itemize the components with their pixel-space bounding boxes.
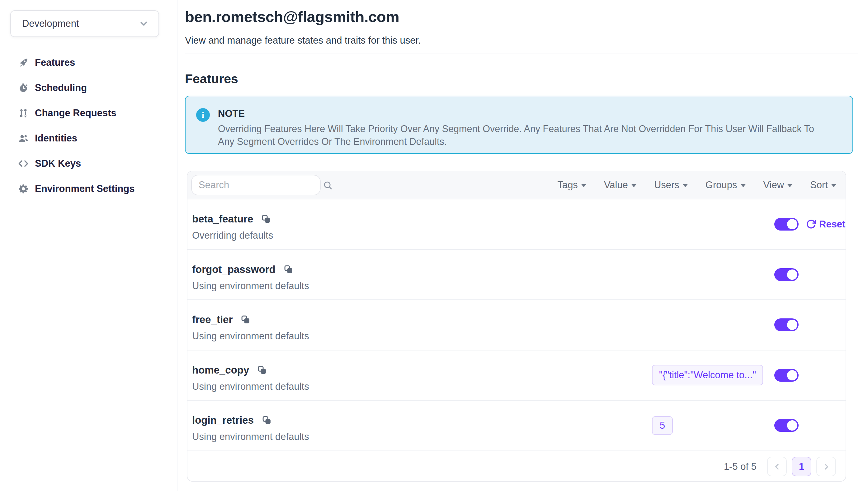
filter-label: Sort xyxy=(810,179,828,191)
panel-header: Tags Value Users Groups View xyxy=(187,171,845,199)
stopwatch-icon xyxy=(18,83,29,93)
feature-status: Using environment defaults xyxy=(192,431,309,442)
page-title: ben.rometsch@flagsmith.com xyxy=(185,8,399,26)
feature-status: Using environment defaults xyxy=(192,330,309,342)
feature-name[interactable]: login_retries xyxy=(192,414,254,426)
feature-value-chip[interactable]: 5 xyxy=(652,416,673,435)
filter-bar: Tags Value Users Groups View xyxy=(557,179,836,191)
sidebar-item-environment-settings[interactable]: Environment Settings xyxy=(0,176,177,201)
sidebar-item-sdk-keys[interactable]: SDK Keys xyxy=(0,151,177,176)
filter-label: Groups xyxy=(706,179,737,191)
feature-toggle[interactable] xyxy=(774,218,799,231)
search-box xyxy=(191,175,321,195)
filter-tags[interactable]: Tags xyxy=(557,179,586,191)
filter-value[interactable]: Value xyxy=(604,179,637,191)
feature-status: Using environment defaults xyxy=(192,381,309,392)
sidebar-item-scheduling[interactable]: Scheduling xyxy=(0,75,177,100)
filter-label: Tags xyxy=(557,179,578,191)
search-icon xyxy=(323,180,333,190)
pagination-range: 1-5 of 5 xyxy=(724,461,756,472)
identities-icon xyxy=(18,133,29,144)
feature-name[interactable]: beta_feature xyxy=(192,213,253,225)
sidebar-item-label: Scheduling xyxy=(35,82,87,93)
info-icon: i xyxy=(196,108,210,122)
environment-selector-value: Development xyxy=(22,18,79,29)
divider xyxy=(185,54,858,54)
gear-icon xyxy=(18,183,29,194)
feature-toggle[interactable] xyxy=(774,369,799,382)
sidebar-item-change-requests[interactable]: Change Requests xyxy=(0,100,177,125)
search-input[interactable] xyxy=(198,179,323,191)
next-page-button[interactable] xyxy=(816,457,836,476)
copy-icon[interactable] xyxy=(284,265,293,274)
note-content: NOTE Overriding Features Here Will Take … xyxy=(218,108,828,153)
filter-label: View xyxy=(764,179,784,191)
sidebar-item-label: Change Requests xyxy=(35,108,117,119)
pull-request-icon xyxy=(18,108,29,118)
feature-toggle[interactable] xyxy=(774,419,799,432)
caret-down-icon xyxy=(581,184,586,187)
feature-name[interactable]: home_copy xyxy=(192,364,249,376)
feature-toggle[interactable] xyxy=(774,268,799,281)
feature-toggle[interactable] xyxy=(774,318,799,331)
rocket-icon xyxy=(18,57,29,68)
prev-page-button[interactable] xyxy=(767,457,787,476)
filter-label: Value xyxy=(604,179,628,191)
reset-label: Reset xyxy=(819,219,845,230)
feature-name[interactable]: free_tier xyxy=(192,314,232,325)
caret-down-icon xyxy=(831,184,836,187)
sidebar-item-label: Environment Settings xyxy=(35,183,134,194)
note-callout: i NOTE Overriding Features Here Will Tak… xyxy=(185,96,853,154)
caret-down-icon xyxy=(787,184,792,187)
copy-icon[interactable] xyxy=(262,415,272,425)
feature-name[interactable]: forgot_password xyxy=(192,264,276,276)
sidebar-item-label: SDK Keys xyxy=(35,158,81,169)
filter-groups[interactable]: Groups xyxy=(706,179,746,191)
feature-status: Overriding defaults xyxy=(192,230,273,241)
code-icon xyxy=(18,158,29,169)
note-title: NOTE xyxy=(218,108,828,119)
main-content: ben.rometsch@flagsmith.com View and mana… xyxy=(185,0,859,491)
filter-label: Users xyxy=(654,179,679,191)
sidebar-item-identities[interactable]: Identities xyxy=(0,125,177,151)
caret-down-icon xyxy=(683,184,688,187)
feature-row-login-retries[interactable]: login_retries Using environment defaults… xyxy=(187,401,845,451)
sidebar-nav: Features Scheduling xyxy=(0,50,177,201)
feature-row-forgot-password[interactable]: forgot_password Using environment defaul… xyxy=(187,250,845,300)
copy-icon[interactable] xyxy=(241,315,250,324)
feature-status: Using environment defaults xyxy=(192,280,309,292)
sidebar-item-label: Identities xyxy=(35,133,77,144)
feature-row-home-copy[interactable]: home_copy Using environment defaults "{"… xyxy=(187,350,845,401)
refresh-icon xyxy=(806,219,816,229)
features-panel: Tags Value Users Groups View xyxy=(187,171,846,482)
reset-button[interactable]: Reset xyxy=(806,219,845,230)
features-heading: Features xyxy=(185,71,238,86)
note-text: Overriding Features Here Will Take Prior… xyxy=(218,122,828,148)
sidebar-item-label: Features xyxy=(35,57,75,68)
copy-icon[interactable] xyxy=(261,214,271,224)
feature-value-chip[interactable]: "{"title":"Welcome to..." xyxy=(652,365,763,385)
filter-view[interactable]: View xyxy=(764,179,793,191)
feature-row-beta-feature[interactable]: beta_feature Overriding defaults xyxy=(187,199,845,250)
caret-down-icon xyxy=(631,184,637,187)
page-subtitle: View and manage feature states and trait… xyxy=(185,35,421,46)
page-number-button[interactable]: 1 xyxy=(792,457,811,476)
copy-icon[interactable] xyxy=(257,366,267,375)
chevron-down-icon xyxy=(138,19,149,29)
sidebar-item-features[interactable]: Features xyxy=(0,50,177,75)
sidebar: Development Features xyxy=(0,0,178,491)
filter-users[interactable]: Users xyxy=(654,179,688,191)
filter-sort[interactable]: Sort xyxy=(810,179,836,191)
environment-selector[interactable]: Development xyxy=(10,10,159,37)
feature-row-free-tier[interactable]: free_tier Using environment defaults xyxy=(187,300,845,350)
caret-down-icon xyxy=(741,184,746,187)
pagination: 1-5 of 5 1 xyxy=(187,451,845,482)
